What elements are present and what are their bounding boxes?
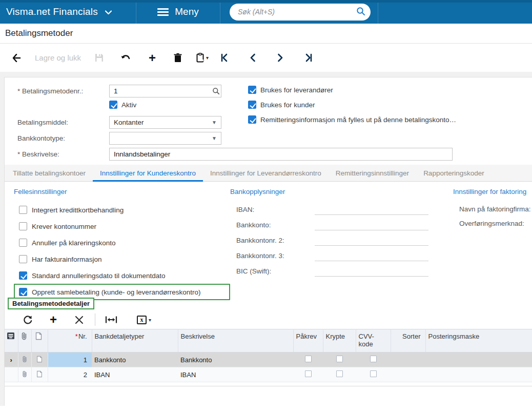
cell-encrypted[interactable] bbox=[323, 367, 356, 382]
save-and-close-button[interactable]: Lagre og lukk bbox=[35, 53, 81, 62]
lookup-icon[interactable] bbox=[209, 87, 223, 95]
description-input[interactable] bbox=[110, 150, 452, 158]
cell-posting-mask[interactable] bbox=[425, 367, 532, 382]
cell-required[interactable] bbox=[293, 353, 323, 367]
tab-allowed-payment-accounts[interactable]: Tillatte betalingskontoer bbox=[6, 165, 93, 181]
grid-row-1[interactable]: › 1 Bankkonto Bankkonto bbox=[5, 353, 532, 367]
column-header-required[interactable]: Påkrev bbox=[293, 329, 323, 353]
active-checkbox[interactable] bbox=[109, 101, 117, 109]
bank-account-2-input[interactable] bbox=[315, 234, 428, 246]
go-first-button[interactable] bbox=[218, 50, 232, 66]
column-header-nr[interactable]: *Nr. bbox=[48, 329, 92, 353]
main-toolbar: Lagre og lukk + ▾ bbox=[0, 44, 532, 72]
go-last-button[interactable] bbox=[301, 50, 315, 66]
go-previous-button[interactable] bbox=[246, 50, 259, 66]
used-for-customers-row[interactable]: Brukes for kunder bbox=[248, 101, 456, 109]
cell-description[interactable]: Bankkonto bbox=[178, 353, 293, 367]
back-button[interactable] bbox=[11, 50, 25, 66]
cell-nr[interactable]: 2 bbox=[48, 367, 92, 382]
note-icon[interactable] bbox=[31, 367, 48, 382]
column-header-description[interactable]: Beskrivelse bbox=[178, 329, 293, 353]
column-header-sort[interactable]: Sorter bbox=[391, 329, 425, 353]
tab-reporting-codes[interactable]: Rapporteringskoder bbox=[416, 165, 492, 181]
cell-encrypted[interactable] bbox=[323, 353, 356, 367]
title-bar: Betalingsmetoder bbox=[0, 24, 532, 44]
refresh-button[interactable] bbox=[15, 315, 40, 325]
default-void-date-row[interactable]: Standard annulleringsdato til dokumentda… bbox=[14, 267, 230, 284]
brand-block[interactable]: Visma.net Financials bbox=[0, 0, 136, 24]
payment-means-select[interactable]: Kontanter ▼ bbox=[109, 116, 221, 129]
column-header-encrypted[interactable]: Krypte bbox=[323, 329, 356, 353]
tab-supplier-ledger-settings[interactable]: Innstillinger for Leverandørreskontro bbox=[203, 165, 329, 181]
remittance-required-checkbox[interactable] bbox=[248, 115, 256, 124]
tab-remittance-settings[interactable]: Remitteringsinnstillinger bbox=[329, 165, 416, 181]
dropdown-caret-icon: ▼ bbox=[208, 135, 221, 141]
create-batch-payment-checkbox[interactable] bbox=[19, 288, 27, 296]
cell-nr[interactable]: 1 bbox=[48, 353, 92, 367]
cell-bank-detail-type[interactable]: IBAN bbox=[92, 367, 178, 382]
void-on-clearing-account-row[interactable]: Annuller på klareringskonto bbox=[14, 234, 230, 251]
delete-row-button[interactable] bbox=[66, 316, 92, 324]
column-header-cvv[interactable]: CVV-kode bbox=[356, 329, 391, 353]
grid-row-2[interactable]: 2 IBAN IBAN bbox=[5, 367, 532, 382]
cell-sort[interactable] bbox=[391, 367, 425, 382]
note-icon[interactable] bbox=[31, 353, 48, 367]
bank-account-3-input[interactable] bbox=[315, 250, 428, 261]
add-button[interactable]: + bbox=[146, 50, 159, 66]
cvv-checkbox[interactable] bbox=[370, 356, 377, 362]
encrypted-checkbox[interactable] bbox=[336, 370, 343, 377]
active-checkbox-row[interactable]: Aktiv bbox=[109, 101, 136, 109]
grid-settings-icon[interactable] bbox=[5, 329, 18, 353]
search-icon[interactable] bbox=[356, 7, 365, 17]
has-invoice-info-checkbox[interactable] bbox=[19, 255, 27, 263]
integrated-card-processing-checkbox[interactable] bbox=[19, 206, 27, 214]
has-invoice-info-row[interactable]: Har fakturainformasjon bbox=[14, 251, 230, 267]
cell-posting-mask[interactable] bbox=[425, 353, 532, 367]
integrated-card-processing-row[interactable]: Integrert kredittkortbehandling bbox=[14, 202, 230, 218]
save-icon[interactable] bbox=[92, 50, 106, 66]
cell-cvv[interactable] bbox=[356, 353, 391, 367]
details-title-row: Betalingsmetodedetaljer bbox=[5, 296, 532, 310]
used-for-customers-checkbox[interactable] bbox=[248, 101, 256, 109]
go-next-button[interactable] bbox=[274, 50, 287, 66]
void-on-clearing-account-checkbox[interactable] bbox=[19, 239, 27, 247]
default-void-date-checkbox[interactable] bbox=[19, 271, 27, 280]
bic-swift-input[interactable] bbox=[315, 265, 428, 277]
column-header-posting-mask[interactable]: Posteringsmaske bbox=[425, 329, 532, 353]
payment-method-number-input[interactable] bbox=[110, 87, 209, 95]
bank-info-heading: Bankopplysninger bbox=[230, 188, 453, 195]
grid-toolbar: + x ▾ bbox=[5, 310, 532, 329]
column-header-bank-detail-types[interactable]: Bankdetaljetyper bbox=[92, 329, 178, 353]
active-label: Aktiv bbox=[121, 101, 136, 109]
used-for-suppliers-checkbox[interactable] bbox=[248, 86, 256, 94]
bank-account-type-select[interactable]: ▼ bbox=[109, 132, 221, 145]
attachment-icon[interactable] bbox=[18, 367, 31, 382]
used-for-suppliers-row[interactable]: Brukes for leverandører bbox=[248, 86, 456, 94]
fit-width-button[interactable] bbox=[98, 316, 124, 324]
copy-paste-button[interactable]: ▾ bbox=[196, 50, 209, 66]
search-input[interactable] bbox=[238, 8, 356, 16]
requires-account-number-row[interactable]: Krever kontonummer bbox=[14, 218, 230, 234]
delete-button[interactable] bbox=[171, 50, 185, 66]
cell-required[interactable] bbox=[293, 367, 323, 382]
bank-account-input[interactable] bbox=[315, 219, 428, 230]
attachment-icon[interactable] bbox=[18, 353, 31, 367]
brand-title: Visma.net Financials bbox=[6, 6, 98, 17]
encrypted-checkbox[interactable] bbox=[336, 356, 343, 362]
requires-account-number-checkbox[interactable] bbox=[19, 222, 27, 230]
tab-customer-ledger-settings[interactable]: Innstillinger for Kundereskontro bbox=[93, 165, 203, 181]
export-excel-button[interactable]: x ▾ bbox=[131, 316, 157, 324]
cell-sort[interactable] bbox=[391, 353, 425, 367]
cell-bank-detail-type[interactable]: Bankkonto bbox=[92, 353, 178, 367]
cell-description[interactable]: IBAN bbox=[178, 367, 293, 382]
required-checkbox[interactable] bbox=[305, 356, 312, 362]
cell-cvv[interactable] bbox=[356, 367, 391, 382]
cvv-checkbox[interactable] bbox=[370, 370, 377, 377]
undo-icon[interactable] bbox=[119, 50, 132, 66]
iban-input[interactable] bbox=[315, 204, 428, 215]
add-row-button[interactable]: + bbox=[40, 314, 66, 326]
required-checkbox[interactable] bbox=[305, 370, 312, 377]
factoring-heading: Innstillinger for faktoring bbox=[453, 188, 532, 195]
remittance-required-row[interactable]: Remitteringsinformasjon må fylles ut på … bbox=[248, 115, 456, 124]
menu-button[interactable]: Meny bbox=[136, 0, 220, 24]
